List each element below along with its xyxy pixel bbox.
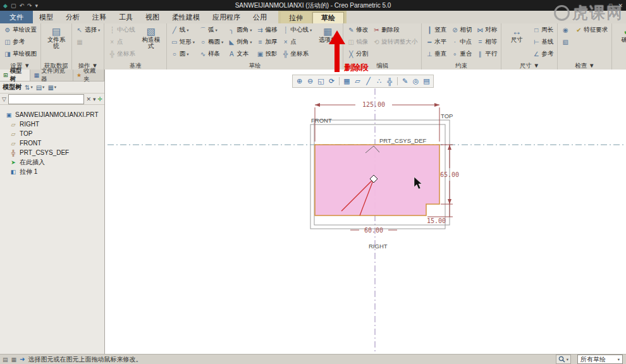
feature-requirements-button[interactable]: ✔特征要求: [574, 24, 609, 36]
sketch-filter-select[interactable]: 所有草绘 ▾: [577, 355, 623, 364]
spline-button[interactable]: ∿样条: [198, 48, 224, 60]
quick-access-caret-icon[interactable]: ▾: [35, 3, 39, 9]
tree-settings-button[interactable]: ▦▾: [47, 84, 56, 91]
select-button[interactable]: ↖选择▾: [75, 24, 101, 36]
repaint-icon[interactable]: ⟳: [327, 77, 336, 85]
baseline-dimension-button[interactable]: ⊢基线: [531, 36, 555, 48]
sketch-setup-button[interactable]: ⚙草绘设置: [3, 24, 38, 36]
tree-item-extrude-1[interactable]: ◧拉伸 1: [1, 167, 103, 176]
tree-columns-button[interactable]: ▤▾: [36, 84, 45, 91]
tab-folder-browser[interactable]: ▦文件浏览器: [30, 70, 73, 81]
horizontal-constraint-button[interactable]: ━水平: [424, 36, 448, 48]
top-plane-label[interactable]: TOP: [441, 112, 453, 119]
zoom-in-icon[interactable]: ⊕: [295, 77, 304, 85]
tab-model[interactable]: 模型: [33, 11, 59, 23]
tab-applications[interactable]: 应用程序: [206, 11, 247, 23]
sketch-polygon[interactable]: [315, 145, 439, 215]
vertical-constraint-button[interactable]: ┃竖直: [424, 24, 448, 36]
tree-item-right-plane[interactable]: ▱RIGHT: [1, 119, 103, 129]
offset-button[interactable]: ⇉偏移: [255, 24, 279, 36]
tab-tools[interactable]: 工具: [113, 11, 139, 23]
redo-icon[interactable]: ↷: [27, 3, 32, 9]
right-plane-label[interactable]: RIGHT: [369, 243, 388, 250]
delete-segment-button[interactable]: ✂删除段: [371, 24, 419, 36]
csys-display-icon[interactable]: ╬: [385, 78, 395, 85]
dimension-notch[interactable]: 15.00: [427, 204, 453, 224]
close-button[interactable]: ✕: [618, 3, 623, 9]
tab-common[interactable]: 公用: [247, 11, 273, 23]
construction-csys-button[interactable]: ╬坐标系: [281, 48, 314, 60]
tree-item-csys[interactable]: ╬PRT_CSYS_DEF: [1, 148, 103, 157]
project-button[interactable]: ▣投影: [255, 48, 279, 60]
spin-center-icon[interactable]: ◎: [411, 77, 420, 85]
status-window-icon[interactable]: ▤: [3, 356, 8, 363]
tree-item-insert-here[interactable]: ➤在此插入: [1, 157, 103, 167]
dimension-width[interactable]: 125.00: [315, 101, 439, 142]
maximize-button[interactable]: □: [609, 3, 612, 9]
tab-model-tree[interactable]: ⊞模型树: [0, 70, 30, 81]
point-display-icon[interactable]: ∴: [374, 77, 384, 85]
annotation-display-icon[interactable]: ✎: [400, 77, 410, 85]
construction-mode-button[interactable]: ▧构造模式: [138, 24, 164, 49]
arc-button[interactable]: ⌒弧▾: [198, 24, 224, 36]
tree-filter-input[interactable]: [8, 94, 84, 104]
tree-sort-button[interactable]: ⇅▾: [25, 84, 33, 91]
dimension-bottom[interactable]: 60.00: [350, 227, 397, 234]
coincident-constraint-button[interactable]: ∘重合: [450, 48, 473, 60]
tree-item-front-plane[interactable]: ▱FRONT: [1, 138, 103, 148]
ok-button[interactable]: ✔确定: [615, 24, 626, 43]
file-system-button[interactable]: ▤文件系统: [44, 24, 69, 49]
construction-point-button[interactable]: ×点: [281, 36, 314, 48]
dimension-button[interactable]: ↔尺寸: [504, 24, 529, 43]
axis-display-icon[interactable]: ╱: [364, 77, 373, 85]
dimension-height[interactable]: 65.00: [440, 145, 459, 204]
references-button[interactable]: ◫参考: [3, 36, 38, 48]
filter-caret-icon[interactable]: ▾: [93, 96, 96, 102]
tab-flexible-modeling[interactable]: 柔性建模: [166, 11, 206, 23]
circle-button[interactable]: ○圆▾: [169, 48, 196, 60]
overlapping-geometry-button[interactable]: ◉: [560, 24, 572, 36]
group-label-dimension[interactable]: 尺寸 ▼: [501, 62, 557, 70]
parallel-constraint-button[interactable]: ∥平行: [475, 48, 498, 60]
front-plane-label[interactable]: FRONT: [311, 117, 332, 124]
refit-icon[interactable]: ◱: [316, 77, 326, 85]
filter-add-icon[interactable]: ✛: [97, 96, 102, 102]
csys-label[interactable]: PRT_CSYS_DEF: [379, 137, 426, 144]
palette-button[interactable]: ▦选项板: [315, 24, 340, 43]
tangent-constraint-button[interactable]: ⊘相切: [450, 24, 473, 36]
undo-icon[interactable]: ↶: [19, 3, 24, 9]
ellipse-button[interactable]: ○椭圆▾: [198, 36, 224, 48]
text-button[interactable]: A文本: [226, 48, 253, 60]
plane-display-icon[interactable]: ▱: [353, 77, 362, 85]
filter-clear-icon[interactable]: ✕: [86, 96, 91, 102]
construction-centerline-button[interactable]: ┊中心线▾: [281, 24, 314, 36]
line-button[interactable]: ╱线▾: [169, 24, 196, 36]
perpendicular-constraint-button[interactable]: ⊥垂直: [424, 48, 448, 60]
symmetric-constraint-button[interactable]: ⋈对称: [475, 24, 498, 36]
tab-extrude[interactable]: 拉伸: [281, 12, 311, 23]
rectangle-button[interactable]: ▭矩形▾: [169, 36, 196, 48]
saved-views-icon[interactable]: ▤: [422, 77, 431, 85]
display-style-icon[interactable]: ▦: [342, 77, 352, 85]
tab-favorites[interactable]: ★收藏夹: [73, 70, 104, 81]
divide-button[interactable]: ╳分割: [346, 48, 369, 60]
datum-point-button[interactable]: ×点: [107, 36, 137, 48]
tree-item-top-plane[interactable]: ▱TOP: [1, 129, 103, 138]
tree-item-part[interactable]: ▣SANWEIJIANMOLIANXI.PRT: [1, 110, 103, 119]
find-button[interactable]: ▾: [556, 355, 571, 364]
minimize-button[interactable]: —: [598, 3, 603, 9]
midpoint-constraint-button[interactable]: ⋅中点: [450, 36, 473, 48]
tab-sketch[interactable]: 草绘: [312, 12, 344, 23]
shade-closed-loops-button[interactable]: ▧: [560, 36, 572, 48]
mirror-button[interactable]: ◫镜像: [346, 36, 369, 48]
perimeter-dimension-button[interactable]: □周长: [531, 24, 555, 36]
datum-centerline-button[interactable]: ┆中心线: [107, 24, 137, 36]
fillet-button[interactable]: ╮圆角▾: [226, 24, 253, 36]
graphics-area[interactable]: ⊕ ⊖ ◱ ⟳ ▦ ▱ ╱ ∴ ╬ ✎ ◎ ▤: [105, 70, 626, 354]
datum-csys-button[interactable]: ╬坐标系: [107, 48, 137, 60]
status-grid-icon[interactable]: ▦: [11, 356, 17, 363]
new-file-icon[interactable]: ▢: [11, 3, 16, 9]
tab-file[interactable]: 文件: [0, 11, 33, 23]
group-label-inspect[interactable]: 检查 ▼: [558, 62, 611, 70]
paste-button[interactable]: ▦: [75, 36, 101, 48]
